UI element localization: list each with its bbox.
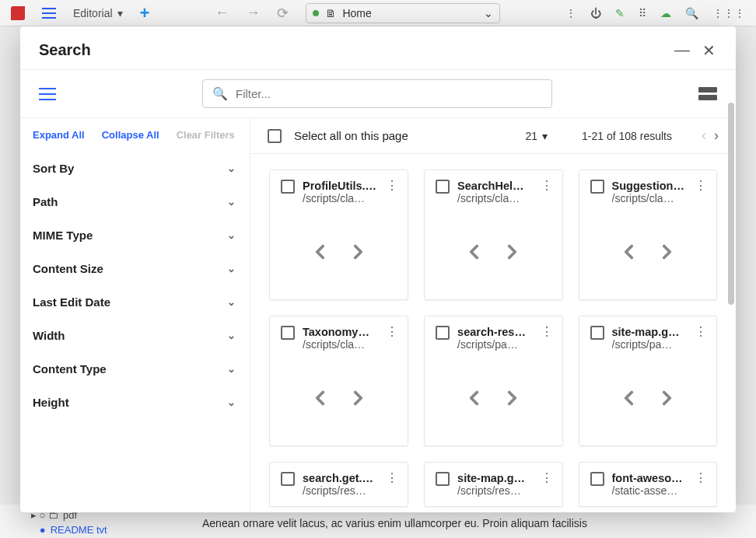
collapse-all-link[interactable]: Collapse All bbox=[102, 129, 159, 141]
expand-all-link[interactable]: Expand All bbox=[33, 129, 85, 141]
next-page-icon[interactable]: › bbox=[714, 128, 719, 144]
card-path: /static-asse… bbox=[612, 484, 685, 497]
filter-mime-type[interactable]: MIME Type⌄ bbox=[20, 218, 250, 252]
result-card[interactable]: search.get.… /scripts/res… ⋮ bbox=[269, 462, 408, 507]
card-checkbox[interactable] bbox=[590, 326, 604, 340]
card-filename: Taxonomy… bbox=[303, 326, 376, 338]
result-card[interactable]: search-res… /scripts/pa… ⋮ bbox=[424, 316, 562, 446]
chevron-down-icon: ⌄ bbox=[227, 196, 236, 208]
select-all-label: Select all on this page bbox=[294, 129, 408, 142]
card-path: /scripts/pa… bbox=[612, 338, 685, 351]
card-path: /scripts/cla… bbox=[612, 192, 685, 204]
card-filename: ProfileUtils.… bbox=[303, 180, 376, 192]
chevron-down-icon: ⌄ bbox=[227, 162, 236, 174]
card-path: /scripts/cla… bbox=[303, 338, 376, 351]
card-checkbox[interactable] bbox=[436, 180, 450, 194]
card-path: /scripts/cla… bbox=[457, 192, 530, 204]
page-size-value: 21 bbox=[525, 130, 537, 142]
filter-content-type[interactable]: Content Type⌄ bbox=[20, 352, 250, 386]
search-dialog: Search — ✕ 🔍 Expand All Collapse All Cle… bbox=[20, 26, 736, 512]
result-card[interactable]: site-map.g… /scripts/pa… ⋮ bbox=[579, 316, 717, 446]
card-path: /scripts/cla… bbox=[303, 192, 376, 204]
card-more-icon[interactable]: ⋮ bbox=[539, 326, 555, 338]
dialog-scrollbar[interactable] bbox=[728, 103, 734, 305]
card-checkbox[interactable] bbox=[436, 326, 450, 340]
result-card[interactable]: font-aweso… /static-asse… ⋮ bbox=[579, 462, 717, 507]
code-file-icon bbox=[468, 240, 518, 264]
results-grid-container: ProfileUtils.… /scripts/cla… ⋮ SearchHel… bbox=[250, 154, 736, 512]
result-card[interactable]: site-map.g… /scripts/res… ⋮ bbox=[424, 462, 562, 507]
filters-sidebar: Expand All Collapse All Clear Filters So… bbox=[20, 118, 250, 512]
card-more-icon[interactable]: ⋮ bbox=[384, 472, 400, 484]
result-card[interactable]: Taxonomy… /scripts/cla… ⋮ bbox=[269, 316, 408, 446]
filter-height[interactable]: Height⌄ bbox=[20, 386, 250, 419]
card-path: /scripts/res… bbox=[303, 484, 376, 497]
dialog-title: Search bbox=[39, 41, 91, 59]
card-checkbox[interactable] bbox=[281, 326, 295, 340]
card-checkbox[interactable] bbox=[590, 180, 604, 194]
code-file-icon bbox=[623, 240, 673, 264]
code-file-icon bbox=[468, 386, 518, 410]
code-file-icon bbox=[623, 386, 673, 410]
card-path: /scripts/pa… bbox=[457, 338, 530, 351]
close-icon[interactable]: ✕ bbox=[700, 42, 717, 59]
card-more-icon[interactable]: ⋮ bbox=[693, 472, 709, 484]
card-filename: site-map.g… bbox=[612, 326, 685, 338]
card-more-icon[interactable]: ⋮ bbox=[693, 180, 709, 192]
chevron-down-icon: ⌄ bbox=[227, 397, 236, 408]
card-more-icon[interactable]: ⋮ bbox=[693, 326, 709, 338]
results-panel: Select all on this page 21 ▾ 1-21 of 108… bbox=[250, 118, 736, 512]
chevron-down-icon: ⌄ bbox=[227, 363, 236, 375]
filter-last-edit-date[interactable]: Last Edit Date⌄ bbox=[20, 285, 250, 319]
filter-content-size[interactable]: Content Size⌄ bbox=[20, 252, 250, 285]
card-filename: search-res… bbox=[457, 326, 530, 338]
card-filename: site-map.g… bbox=[457, 472, 530, 484]
card-more-icon[interactable]: ⋮ bbox=[539, 180, 555, 192]
result-card[interactable]: Suggestion… /scripts/cla… ⋮ bbox=[579, 169, 717, 300]
card-checkbox[interactable] bbox=[436, 472, 450, 486]
sidebar-toggle-icon[interactable] bbox=[39, 88, 56, 100]
code-file-icon bbox=[314, 240, 364, 264]
filter-input-wrap[interactable]: 🔍 bbox=[202, 79, 552, 108]
card-checkbox[interactable] bbox=[281, 472, 295, 486]
page-size-dropdown[interactable]: 21 ▾ bbox=[525, 130, 548, 142]
minimize-icon[interactable]: — bbox=[674, 42, 691, 59]
card-checkbox[interactable] bbox=[590, 472, 604, 486]
card-more-icon[interactable]: ⋮ bbox=[539, 472, 555, 484]
result-card[interactable]: SearchHel… /scripts/cla… ⋮ bbox=[424, 169, 562, 300]
view-mode-toggle[interactable] bbox=[698, 87, 717, 101]
chevron-down-icon: ⌄ bbox=[227, 229, 236, 241]
clear-filters-link: Clear Filters bbox=[177, 129, 235, 141]
prev-page-icon: ‹ bbox=[702, 128, 706, 144]
chevron-down-icon: ⌄ bbox=[227, 296, 236, 308]
card-filename: Suggestion… bbox=[612, 180, 685, 192]
card-more-icon[interactable]: ⋮ bbox=[384, 180, 400, 192]
card-path: /scripts/res… bbox=[457, 484, 530, 497]
filter-path[interactable]: Path⌄ bbox=[20, 185, 250, 218]
filter-input[interactable] bbox=[236, 87, 542, 100]
dialog-header: Search — ✕ bbox=[20, 26, 736, 70]
caret-down-icon: ▾ bbox=[542, 130, 548, 142]
card-filename: font-aweso… bbox=[612, 472, 685, 484]
card-more-icon[interactable]: ⋮ bbox=[384, 326, 400, 338]
code-file-icon bbox=[314, 386, 364, 410]
modal-overlay: Search — ✕ 🔍 Expand All Collapse All Cle… bbox=[0, 0, 756, 538]
card-filename: SearchHel… bbox=[457, 180, 530, 192]
card-checkbox[interactable] bbox=[281, 180, 295, 194]
select-all-checkbox[interactable] bbox=[268, 129, 282, 143]
dialog-toolbar: 🔍 bbox=[20, 70, 736, 118]
chevron-down-icon: ⌄ bbox=[227, 263, 236, 274]
chevron-down-icon: ⌄ bbox=[227, 330, 236, 341]
search-icon: 🔍 bbox=[212, 86, 228, 101]
filter-width[interactable]: Width⌄ bbox=[20, 319, 250, 352]
filter-sort-by[interactable]: Sort By⌄ bbox=[20, 152, 250, 185]
result-card[interactable]: ProfileUtils.… /scripts/cla… ⋮ bbox=[269, 169, 408, 300]
results-count: 1-21 of 108 results bbox=[582, 130, 672, 142]
card-filename: search.get.… bbox=[303, 472, 376, 484]
results-header: Select all on this page 21 ▾ 1-21 of 108… bbox=[250, 118, 736, 154]
